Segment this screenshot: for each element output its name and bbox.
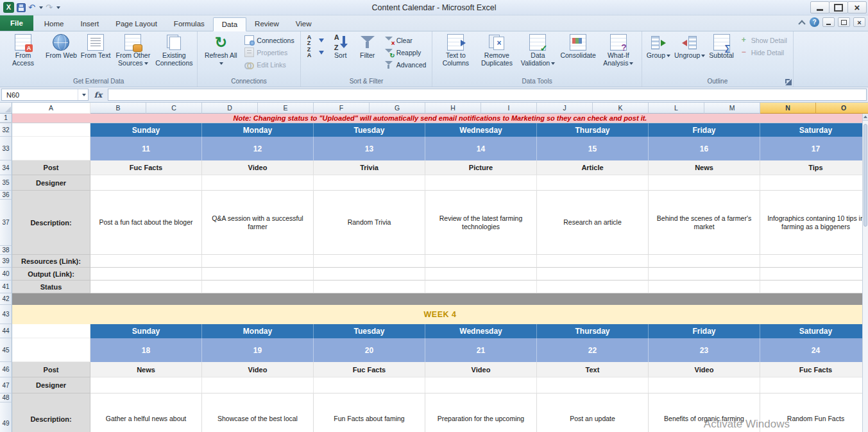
tab-formulas[interactable]: Formulas: [166, 17, 213, 31]
row-header[interactable]: 49: [0, 402, 12, 432]
collapse-ribbon-icon[interactable]: [797, 17, 806, 27]
description-cell[interactable]: Post an update: [537, 393, 649, 432]
customize-quick-access-icon[interactable]: [56, 6, 60, 9]
description-cell[interactable]: Showcase of the best local: [202, 393, 314, 432]
empty-cell[interactable]: [760, 175, 868, 191]
formula-input[interactable]: [108, 89, 867, 101]
insert-function-button[interactable]: fx: [89, 87, 108, 102]
vertical-scrollbar[interactable]: [862, 114, 868, 432]
post-type-cell[interactable]: Text: [537, 362, 649, 377]
row-header[interactable]: 35: [0, 175, 12, 191]
empty-cell[interactable]: [649, 255, 760, 268]
empty-cell[interactable]: [202, 377, 314, 393]
empty-cell[interactable]: [537, 255, 649, 268]
description-cell[interactable]: Fun Facts about faming: [314, 393, 425, 432]
description-cell[interactable]: Random Trivia: [314, 191, 425, 255]
post-type-cell[interactable]: Fuc Facts: [760, 362, 868, 377]
description-cell[interactable]: Gather a helful news about: [90, 393, 202, 432]
date-cell[interactable]: 20: [314, 338, 425, 362]
empty-cell[interactable]: [649, 281, 760, 293]
column-header[interactable]: I: [481, 103, 537, 114]
ungroup-button[interactable]: Ungroup: [672, 33, 707, 77]
day-header-cell[interactable]: Tuesday: [314, 123, 425, 137]
day-header-cell[interactable]: Saturday: [760, 324, 868, 338]
empty-cell[interactable]: [12, 338, 90, 362]
empty-cell[interactable]: [760, 268, 868, 281]
empty-cell[interactable]: [314, 281, 425, 293]
date-cell[interactable]: 24: [760, 338, 868, 362]
description-cell[interactable]: Infographics contaning 10 tips in farmin…: [760, 191, 868, 255]
post-type-cell[interactable]: Video: [649, 362, 760, 377]
empty-cell[interactable]: [90, 268, 202, 281]
row-header[interactable]: 40: [0, 268, 12, 281]
date-cell[interactable]: 15: [537, 137, 649, 160]
subtotal-button[interactable]: Subtotal: [707, 33, 736, 77]
empty-cell[interactable]: [202, 175, 314, 191]
column-header[interactable]: H: [425, 103, 481, 114]
minimize-button[interactable]: [810, 1, 830, 13]
tab-insert[interactable]: Insert: [72, 17, 108, 31]
existing-connections-button[interactable]: Existing Connections: [153, 33, 194, 77]
day-header-cell[interactable]: Thursday: [537, 123, 649, 137]
empty-cell[interactable]: [202, 268, 314, 281]
post-type-cell[interactable]: Picture: [425, 160, 537, 175]
day-header-cell[interactable]: Monday: [202, 123, 314, 137]
row-label-cell[interactable]: Designer: [12, 175, 90, 191]
tab-file[interactable]: File: [0, 15, 33, 31]
description-cell[interactable]: Behind the scenes of a farmer's market: [649, 191, 760, 255]
workbook-close-button[interactable]: [853, 17, 865, 27]
row-header[interactable]: 42: [0, 293, 12, 305]
row-header[interactable]: 33: [0, 137, 12, 160]
date-cell[interactable]: 13: [314, 137, 425, 160]
tab-view[interactable]: View: [287, 17, 320, 31]
empty-cell[interactable]: [537, 268, 649, 281]
empty-cell[interactable]: [90, 255, 202, 268]
group-button[interactable]: Group: [645, 33, 672, 77]
what-if-analysis-button[interactable]: What-If Analysis: [598, 33, 639, 77]
empty-cell[interactable]: [202, 281, 314, 293]
row-label-cell[interactable]: Post: [12, 160, 90, 175]
column-header-selected[interactable]: N: [760, 103, 816, 114]
empty-cell[interactable]: [314, 268, 425, 281]
from-text-button[interactable]: From Text: [79, 33, 112, 77]
sort-z-to-a-button[interactable]: [305, 47, 326, 58]
row-label-cell[interactable]: Description:: [12, 393, 90, 432]
row-label-cell[interactable]: Post: [12, 362, 90, 377]
empty-cell[interactable]: [649, 268, 760, 281]
tab-home[interactable]: Home: [36, 17, 72, 31]
empty-cell[interactable]: [314, 255, 425, 268]
column-header[interactable]: L: [649, 103, 704, 114]
row-label-cell[interactable]: Status: [12, 281, 90, 293]
row-header[interactable]: 43: [0, 305, 12, 324]
connections-button[interactable]: Connections: [243, 35, 296, 46]
note-cell[interactable]: Note: Changing status to "Uploaded" will…: [12, 114, 868, 123]
row-header[interactable]: 39: [0, 255, 12, 268]
workbook-minimize-button[interactable]: [822, 17, 835, 27]
advanced-filter-button[interactable]: Advanced: [382, 59, 429, 70]
post-type-cell[interactable]: News: [649, 160, 760, 175]
column-header-a[interactable]: A: [12, 103, 90, 114]
day-header-cell[interactable]: Sunday: [90, 123, 202, 137]
sort-a-to-z-button[interactable]: [305, 35, 326, 46]
post-type-cell[interactable]: News: [90, 362, 202, 377]
post-type-cell[interactable]: Video: [425, 362, 537, 377]
empty-cell[interactable]: [425, 175, 537, 191]
row-header[interactable]: 1: [0, 114, 12, 123]
empty-cell[interactable]: [202, 255, 314, 268]
close-button[interactable]: [847, 1, 867, 13]
reapply-button[interactable]: Reapply: [382, 47, 429, 58]
day-header-cell[interactable]: Friday: [649, 324, 760, 338]
description-cell[interactable]: Research an article: [537, 191, 649, 255]
maximize-button[interactable]: [829, 1, 848, 13]
date-cell[interactable]: 21: [425, 338, 537, 362]
scrollbar-thumb[interactable]: [864, 124, 867, 227]
day-header-cell[interactable]: Monday: [202, 324, 314, 338]
sort-button[interactable]: Sort: [327, 33, 354, 77]
empty-cell[interactable]: [425, 281, 537, 293]
column-header[interactable]: E: [258, 103, 314, 114]
column-header[interactable]: M: [704, 103, 760, 114]
filter-button[interactable]: Filter: [354, 33, 381, 77]
date-cell[interactable]: 16: [649, 137, 760, 160]
refresh-all-button[interactable]: Refresh All: [200, 33, 241, 77]
row-header[interactable]: 38: [0, 246, 12, 255]
